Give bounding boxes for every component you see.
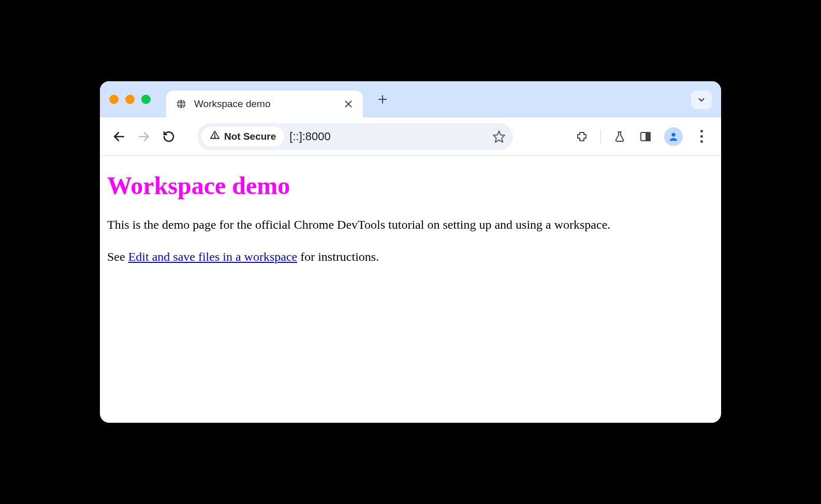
tab-title: Workspace demo (194, 98, 336, 110)
back-button[interactable] (109, 127, 129, 146)
window-controls (109, 95, 151, 104)
new-tab-button[interactable] (373, 90, 392, 109)
window-minimize-button[interactable] (125, 95, 135, 104)
tab-search-button[interactable] (691, 91, 712, 109)
bookmark-button[interactable] (489, 127, 509, 146)
security-label: Not Secure (224, 131, 276, 142)
address-bar[interactable]: Not Secure [::]:8000 (197, 123, 513, 150)
svg-point-15 (671, 132, 675, 136)
window-close-button[interactable] (109, 95, 119, 104)
menu-dot-icon (700, 135, 703, 138)
svg-marker-12 (493, 131, 505, 142)
svg-rect-14 (646, 132, 650, 141)
reload-button[interactable] (159, 127, 179, 146)
svg-point-11 (214, 137, 215, 138)
toolbar: Not Secure [::]:8000 (100, 117, 721, 156)
warning-icon (210, 130, 220, 143)
tab-close-button[interactable] (343, 99, 354, 109)
extensions-button[interactable] (575, 129, 589, 144)
labs-button[interactable] (612, 129, 627, 144)
window-maximize-button[interactable] (141, 95, 151, 104)
menu-dot-icon (700, 140, 703, 143)
chrome-menu-button[interactable] (694, 129, 709, 144)
forward-button[interactable] (134, 127, 154, 146)
globe-icon (175, 98, 187, 110)
browser-tab[interactable]: Workspace demo (166, 91, 363, 117)
tutorial-link[interactable]: Edit and save files in a workspace (128, 250, 298, 263)
page-paragraph-2: See Edit and save files in a workspace f… (107, 248, 714, 266)
toolbar-right (575, 127, 712, 146)
page-content: Workspace demo This is the demo page for… (100, 156, 721, 295)
profile-button[interactable] (664, 127, 683, 146)
browser-window: Workspace demo Not Secure (100, 81, 721, 423)
page-paragraph-1: This is the demo page for the official C… (107, 216, 714, 234)
tab-strip: Workspace demo (100, 81, 721, 117)
toolbar-divider (600, 129, 601, 144)
menu-dot-icon (700, 130, 703, 132)
paragraph-text: See (107, 250, 128, 263)
page-heading: Workspace demo (107, 171, 714, 200)
paragraph-text: for instructions. (297, 250, 379, 263)
url-text: [::]:8000 (289, 130, 331, 143)
side-panel-button[interactable] (638, 129, 653, 144)
security-chip[interactable]: Not Secure (201, 127, 284, 146)
